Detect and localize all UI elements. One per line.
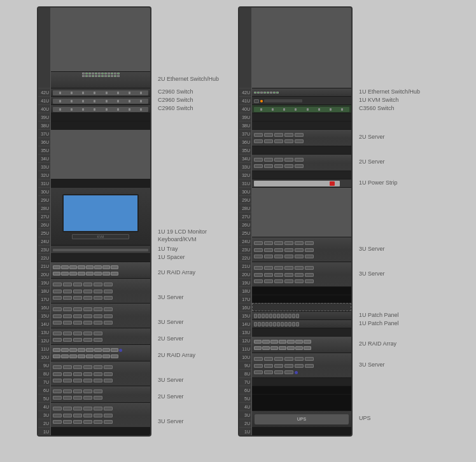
unit-20: 20U [38, 270, 50, 278]
unit-1: 1U [38, 427, 50, 435]
label-left-raid1: 2U RAID Array [158, 262, 229, 278]
unit-3: 3U [38, 410, 50, 419]
unit-16: 16U [38, 303, 50, 311]
right-server-3u-bottom [252, 353, 351, 377]
label-right-power-strip: 1U Power Strip [359, 179, 437, 187]
right-raid [252, 336, 351, 353]
label-left-server3: 2U Server [158, 328, 229, 344]
label-left-raid2: 2U RAID Array [158, 344, 229, 361]
left-u29 [51, 179, 150, 187]
unit-23: 23U [38, 245, 50, 253]
label-right-server4: 3U Server [359, 262, 437, 286]
unit-37: 37U [38, 129, 50, 137]
unit-13: 13U [38, 328, 50, 336]
right-u39 [252, 113, 351, 121]
unit-31: 31U [38, 179, 50, 187]
left-server-2u-2 [51, 328, 150, 344]
right-u17 [252, 295, 351, 303]
unit-21: 21U [38, 262, 50, 270]
label-right-server5: 3U Server [359, 353, 437, 377]
unit-25: 25U [38, 228, 50, 237]
label-left-tray: 1U Tray [158, 245, 229, 253]
unit-32: 32U [38, 171, 50, 179]
left-c2960-2 [51, 96, 150, 104]
unit-4: 4U [38, 402, 50, 410]
left-server-3u-3 [51, 303, 150, 328]
unit-34: 34U [38, 154, 50, 162]
left-c2960-3 [51, 104, 150, 113]
unit-39: 39U [38, 113, 50, 121]
left-u1 [51, 427, 150, 435]
unit-41: 41U [38, 96, 50, 104]
unit-8: 8U [38, 369, 50, 377]
right-server-3u-3 [252, 237, 351, 262]
unit-22: 22U [38, 253, 50, 262]
label-left-server4: 3U Server [158, 361, 229, 386]
right-rack-equipment: UPS [252, 8, 351, 435]
right-patch1 [252, 311, 351, 319]
right-u1 [252, 427, 351, 435]
unit-5: 5U [38, 394, 50, 402]
right-u35 [252, 146, 351, 154]
label-left-spacer: 1U Spacer [158, 253, 229, 262]
right-rack-section: 1U 2U 3U 4U 5U 6U 7U 8U 9U 10U 11U 12U 1… [238, 6, 439, 437]
label-left-server2: 3U Server [158, 303, 229, 328]
label-left-server1: 3U Server [158, 278, 229, 303]
right-patch2 [252, 319, 351, 328]
label-right-kvm-switch: 1U KVM Switch [359, 96, 437, 104]
left-rack-equipment: KVM [51, 8, 150, 435]
left-server-2u-bottom [51, 386, 150, 402]
unit-15: 15U [38, 311, 50, 319]
left-spacer [51, 253, 150, 262]
unit-11: 11U [38, 344, 50, 353]
right-rack: 1U 2U 3U 4U 5U 6U 7U 8U 9U 10U 11U 12U 1… [238, 6, 353, 437]
label-left-c2960-1: C2960 Switch [158, 88, 229, 96]
label-right-patch2: 1U Patch Panel [359, 319, 437, 328]
left-u36 [51, 121, 150, 129]
unit-24: 24U [38, 237, 50, 245]
unit-40: 40U [38, 104, 50, 113]
left-rack-section: 1U 2U 3U 4U 5U 6U 7U 8U 9U 10U 11U 12U 1… [37, 6, 232, 437]
right-rack-labels: UPS 3U Server 2U RAID Array 1U Patch Pan… [356, 6, 439, 437]
unit-38: 38U [38, 121, 50, 129]
left-u37 [51, 113, 150, 121]
unit-18: 18U [38, 286, 50, 295]
label-right-c3560: C3560 Switch [359, 104, 437, 113]
label-right-server3: 3U Server [359, 237, 437, 262]
unit-10: 10U [38, 353, 50, 361]
left-raid-2u-1 [51, 262, 150, 278]
unit-2: 2U [38, 419, 50, 427]
right-server-2u-1 [252, 129, 351, 146]
label-left-server5: 2U Server [158, 386, 229, 402]
label-right-raid: 2U RAID Array [359, 336, 437, 353]
left-rack-unit-numbers: 1U 2U 3U 4U 5U 6U 7U 8U 9U 10U 11U 12U 1… [38, 8, 51, 435]
unit-19: 19U [38, 278, 50, 286]
right-power-strip [252, 179, 351, 187]
unit-7: 7U [38, 377, 50, 386]
label-right-ups: UPS [359, 410, 437, 427]
right-u16 [252, 303, 351, 311]
right-kvm-switch [252, 96, 351, 104]
left-empty-30-35 [51, 129, 150, 179]
right-empty-25-30 [252, 187, 351, 237]
label-right-server1: 2U Server [359, 129, 437, 146]
left-lcd-kvm: KVM [51, 187, 150, 245]
left-server-3u-2 [51, 361, 150, 386]
left-ethernet-switch [51, 71, 150, 88]
right-u32 [252, 171, 351, 179]
left-rack: 1U 2U 3U 4U 5U 6U 7U 8U 9U 10U 11U 12U 1… [37, 6, 151, 437]
unit-12: 12U [38, 336, 50, 344]
unit-33: 33U [38, 162, 50, 171]
unit-27: 27U [38, 212, 50, 220]
unit-35: 35U [38, 146, 50, 154]
right-u7 [252, 377, 351, 386]
unit-17: 17U [38, 295, 50, 303]
right-u4-5 [252, 394, 351, 410]
right-u18 [252, 286, 351, 295]
right-rack-unit-numbers: 1U 2U 3U 4U 5U 6U 7U 8U 9U 10U 11U 12U 1… [239, 8, 252, 435]
right-u38 [252, 121, 351, 129]
left-server-bottom [51, 402, 150, 427]
left-c2960-1 [51, 88, 150, 96]
left-rack-labels: 3U Server 2U Server 3U Server 2U RAID Ar… [155, 6, 232, 437]
label-left-server6: 3U Server [158, 402, 229, 427]
